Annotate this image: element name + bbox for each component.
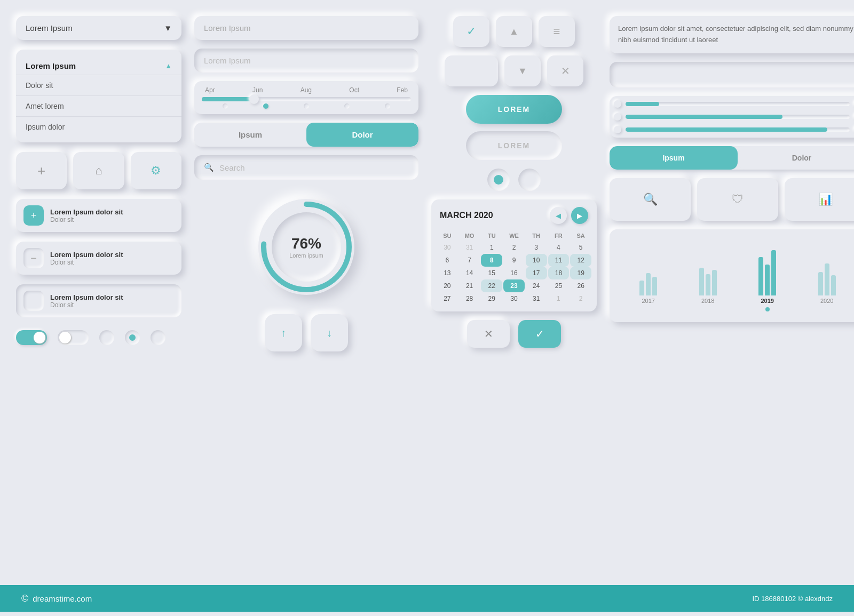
arrow-up-button[interactable]: ↑ [265, 314, 302, 351]
radio-button-1[interactable] [99, 330, 114, 345]
x-button[interactable]: ✕ [467, 320, 510, 348]
toggle-pill-on[interactable]: LOREM [466, 95, 562, 124]
slider-thumb[interactable] [249, 94, 259, 104]
cal-day[interactable]: 14 [459, 267, 480, 279]
cal-day[interactable]: 26 [570, 279, 591, 292]
text-input-right[interactable] [610, 62, 854, 87]
toggle-off[interactable] [58, 330, 89, 345]
shield-icon-button[interactable]: 🛡 [697, 178, 778, 221]
slider-fill-2 [626, 115, 782, 119]
chart-icon-button[interactable]: 📊 [785, 178, 854, 221]
cal-day[interactable]: 31 [526, 292, 547, 305]
slider-dot-2 [304, 103, 309, 109]
check-button[interactable]: ✓ [518, 320, 561, 348]
x-icon: ✕ [484, 327, 493, 340]
cal-day[interactable]: 13 [437, 267, 458, 279]
cal-day-today[interactable]: 8 [481, 254, 502, 267]
settings-icon-button[interactable]: ⚙ [131, 152, 181, 189]
cal-day[interactable]: 17 [526, 267, 547, 279]
calendar-prev[interactable]: ◀ [550, 207, 567, 224]
cal-day[interactable]: 24 [526, 279, 547, 292]
search-icon-right: 🔍 [643, 193, 658, 206]
cal-day[interactable]: 1 [548, 292, 570, 305]
cal-day[interactable]: 19 [570, 267, 591, 279]
close-small-button[interactable]: ✕ [547, 55, 583, 86]
cal-day[interactable]: 10 [526, 254, 547, 267]
cal-day[interactable]: 30 [503, 292, 525, 305]
column-2: Lorem Ipsum Lorem Ipsum Apr Jun Aug Oct … [194, 16, 418, 571]
radio-large-1[interactable] [487, 169, 510, 191]
up-small-button[interactable]: ▲ [496, 16, 532, 47]
cal-day[interactable]: 15 [481, 267, 502, 279]
tab-ipsum-right[interactable]: Ipsum [610, 146, 738, 170]
cal-day-range-end[interactable]: 23 [503, 279, 525, 292]
search-icon-button[interactable]: 🔍 [610, 178, 691, 221]
progress-circle: 76% Lorem ipsum [258, 199, 354, 295]
cal-day[interactable]: 4 [548, 241, 570, 254]
cal-day[interactable]: 9 [503, 254, 525, 267]
cal-day[interactable]: 20 [437, 279, 458, 292]
list-item[interactable]: Ipsum dolor [16, 117, 181, 137]
slider-track-3[interactable] [626, 127, 850, 132]
cal-day[interactable]: 30 [437, 241, 458, 254]
check-icon: ✓ [466, 25, 476, 38]
tab-dolor-right[interactable]: Dolor [738, 146, 854, 170]
tab-row: Ipsum Dolor [194, 123, 418, 147]
search-field[interactable]: 🔍 Search [194, 155, 418, 180]
calendar-next[interactable]: ▶ [571, 207, 588, 224]
toggle-on[interactable] [16, 330, 47, 345]
list-item[interactable]: Dolor sit [16, 75, 181, 96]
cal-day[interactable]: 28 [459, 292, 480, 305]
toggle-pill-off[interactable]: LOREM [466, 131, 562, 160]
tab-ipsum[interactable]: Ipsum [194, 123, 306, 147]
cal-day[interactable]: 27 [437, 292, 458, 305]
list-item-1-text: Lorem Ipsum dolor sit Dolor sit [50, 208, 123, 223]
empty-rect-button[interactable] [445, 55, 498, 86]
radio-large-2[interactable] [518, 169, 541, 191]
slider-line-2 [614, 113, 854, 121]
column-1: Lorem Ipsum ▼ Lorem Ipsum ▲ Dolor sit Am… [16, 16, 181, 571]
list-item-1-title: Lorem Ipsum dolor sit [50, 208, 123, 216]
cal-day[interactable]: 2 [570, 292, 591, 305]
cal-header-su: SU [437, 230, 458, 241]
text-input-1[interactable]: Lorem Ipsum [194, 16, 418, 40]
radio-button-3[interactable] [151, 330, 165, 345]
cal-day[interactable]: 25 [548, 279, 570, 292]
arrow-down-button[interactable]: ↓ [311, 314, 348, 351]
cal-day[interactable]: 5 [570, 241, 591, 254]
cal-day[interactable]: 3 [526, 241, 547, 254]
cal-header-fr: FR [548, 230, 570, 241]
add-icon-button[interactable]: + [16, 152, 67, 189]
cal-day[interactable]: 12 [570, 254, 591, 267]
cal-day[interactable]: 2 [503, 241, 525, 254]
cal-day[interactable]: 6 [437, 254, 458, 267]
slider-track-1[interactable] [626, 102, 850, 106]
cal-day[interactable]: 11 [548, 254, 570, 267]
cal-day[interactable]: 1 [481, 241, 502, 254]
cal-day[interactable]: 29 [481, 292, 502, 305]
bar-chart-labels: 2017 2018 2019 2020 [617, 295, 854, 306]
cal-day[interactable]: 16 [503, 267, 525, 279]
cal-day[interactable]: 18 [548, 267, 570, 279]
menu-small-button[interactable]: ≡ [539, 16, 575, 47]
cal-day[interactable]: 31 [459, 241, 480, 254]
watermark-circle-icon: © [21, 593, 28, 604]
check-small-button[interactable]: ✓ [453, 16, 489, 47]
list-item-2[interactable]: − Lorem Ipsum dolor sit Dolor sit [16, 242, 181, 275]
home-icon-button[interactable]: ⌂ [73, 152, 124, 189]
text-input-2[interactable]: Lorem Ipsum [194, 49, 418, 73]
tab-dolor[interactable]: Dolor [306, 123, 418, 147]
bar [639, 281, 644, 295]
cal-day[interactable]: 7 [459, 254, 480, 267]
radio-button-2[interactable] [125, 330, 140, 345]
list-item-1[interactable]: + Lorem Ipsum dolor sit Dolor sit [16, 199, 181, 232]
slider-track[interactable] [202, 97, 411, 101]
dropdown-button[interactable]: Lorem Ipsum ▼ [16, 16, 181, 40]
dropdown-small-button[interactable]: ▼ [504, 55, 541, 86]
cal-day[interactable]: 21 [459, 279, 480, 292]
slider-dot-3 [344, 103, 350, 109]
cal-day[interactable]: 22 [481, 279, 502, 292]
slider-track-2[interactable] [626, 115, 850, 119]
list-item[interactable]: Amet lorem [16, 96, 181, 117]
gear-icon: ⚙ [151, 164, 161, 178]
